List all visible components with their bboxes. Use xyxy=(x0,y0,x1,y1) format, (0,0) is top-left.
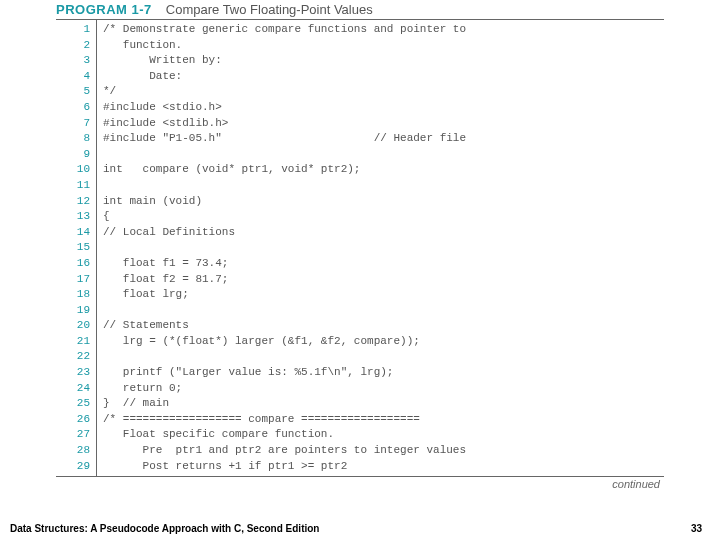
listing-header: PROGRAM 1-7 Compare Two Floating-Point V… xyxy=(56,2,664,20)
page-footer: Data Structures: A Pseudocode Approach w… xyxy=(0,523,720,534)
continued-label: continued xyxy=(56,478,664,490)
program-listing: PROGRAM 1-7 Compare Two Floating-Point V… xyxy=(56,2,664,490)
code-area: 1 2 3 4 5 6 7 8 9 10 11 12 13 14 15 16 1… xyxy=(56,20,664,477)
code-body: /* Demonstrate generic compare functions… xyxy=(97,20,664,476)
page-number: 33 xyxy=(691,523,702,534)
line-number-gutter: 1 2 3 4 5 6 7 8 9 10 11 12 13 14 15 16 1… xyxy=(56,20,97,476)
program-title: Compare Two Floating-Point Values xyxy=(166,2,373,17)
program-number: PROGRAM 1-7 xyxy=(56,2,152,17)
book-title: Data Structures: A Pseudocode Approach w… xyxy=(10,523,319,534)
